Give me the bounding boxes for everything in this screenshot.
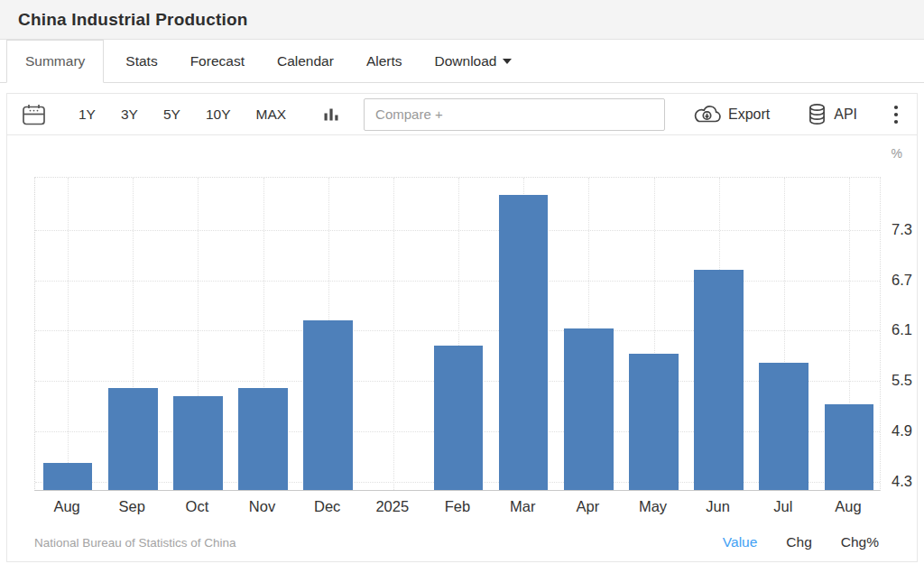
bar-jun[interactable] bbox=[694, 270, 744, 490]
range-button-10y[interactable]: 10Y bbox=[206, 106, 231, 123]
page-title-bar: China Industrial Production bbox=[0, 0, 924, 40]
x-tick-label: Nov bbox=[228, 498, 297, 515]
y-tick-label: 6.7 bbox=[892, 272, 924, 289]
x-tick-label: May bbox=[619, 498, 688, 515]
tab-label: Forecast bbox=[190, 53, 245, 69]
api-button[interactable]: API bbox=[808, 103, 857, 125]
api-label: API bbox=[834, 106, 857, 123]
range-button-max[interactable]: MAX bbox=[256, 106, 287, 123]
chart-toolbar: 1Y3Y5Y10YMAX Export bbox=[7, 94, 917, 135]
bar-apr[interactable] bbox=[564, 328, 614, 490]
bar-oct[interactable] bbox=[173, 396, 223, 490]
tab-label: Alerts bbox=[366, 53, 402, 69]
x-tick-label: Dec bbox=[293, 498, 362, 515]
x-tick-label: 2025 bbox=[358, 498, 427, 515]
bar-chart-icon[interactable] bbox=[322, 106, 340, 124]
compare-input[interactable] bbox=[364, 98, 665, 131]
horizontal-gridline bbox=[35, 281, 880, 282]
tab-label: Stats bbox=[125, 53, 157, 69]
tab-summary[interactable]: Summary bbox=[6, 40, 104, 83]
tab-label: Summary bbox=[25, 53, 85, 69]
range-button-3y[interactable]: 3Y bbox=[121, 106, 138, 123]
chevron-down-icon bbox=[503, 59, 512, 64]
export-label: Export bbox=[728, 106, 770, 123]
y-axis-unit-label: % bbox=[892, 146, 902, 161]
range-buttons: 1Y3Y5Y10YMAX bbox=[66, 106, 299, 123]
cloud-download-icon bbox=[693, 105, 721, 125]
bar-nov[interactable] bbox=[238, 388, 288, 491]
chart-footer: National Bureau of Statistics of China V… bbox=[7, 529, 917, 561]
bar-mar[interactable] bbox=[499, 195, 549, 491]
horizontal-gridline bbox=[35, 230, 880, 231]
tab-alerts[interactable]: Alerts bbox=[356, 40, 413, 82]
series-mode-links: ValueChgChg% bbox=[694, 534, 879, 550]
y-tick-label: 7.3 bbox=[892, 221, 924, 238]
tab-bar: SummaryStatsForecastCalendarAlertsDownlo… bbox=[0, 40, 924, 83]
y-tick-label: 5.5 bbox=[892, 372, 924, 389]
y-tick-label: 4.9 bbox=[892, 422, 924, 439]
x-tick-label: Sep bbox=[97, 498, 166, 515]
x-tick-label: Mar bbox=[488, 498, 557, 515]
tab-stats[interactable]: Stats bbox=[115, 40, 168, 82]
toolbar-right: Export API bbox=[693, 103, 902, 125]
export-button[interactable]: Export bbox=[693, 105, 770, 125]
x-tick-label: Aug bbox=[32, 498, 101, 515]
kebab-menu-icon[interactable] bbox=[893, 104, 899, 125]
tab-label: Download bbox=[435, 53, 497, 69]
x-tick-label: Jun bbox=[684, 498, 753, 515]
tab-forecast[interactable]: Forecast bbox=[180, 40, 255, 82]
bar-may[interactable] bbox=[629, 354, 679, 490]
bar-aug[interactable] bbox=[825, 404, 874, 490]
x-tick-label: Oct bbox=[162, 498, 231, 515]
tab-download[interactable]: Download bbox=[424, 40, 523, 82]
bar-jul[interactable] bbox=[759, 363, 808, 490]
x-tick-label: Aug bbox=[814, 498, 882, 515]
calendar-icon[interactable] bbox=[22, 103, 46, 126]
y-tick-label: 6.1 bbox=[892, 321, 924, 338]
bar-feb[interactable] bbox=[434, 346, 484, 490]
x-tick-label: Feb bbox=[423, 498, 492, 515]
legend-link-chgpct[interactable]: Chg% bbox=[841, 534, 879, 550]
bar-dec[interactable] bbox=[303, 320, 353, 490]
range-button-1y[interactable]: 1Y bbox=[79, 106, 96, 123]
plot bbox=[34, 177, 881, 491]
page-title: China Industrial Production bbox=[18, 10, 248, 30]
legend-link-chg[interactable]: Chg bbox=[786, 534, 811, 550]
database-icon bbox=[808, 103, 827, 125]
chart-area: % 4.34.95.56.16.77.3AugSepOctNovDec2025F… bbox=[7, 135, 917, 529]
y-tick-label: 4.3 bbox=[892, 473, 924, 490]
x-tick-label: Apr bbox=[553, 498, 622, 515]
chart-card: 1Y3Y5Y10YMAX Export bbox=[6, 93, 918, 562]
x-tick-label: Jul bbox=[749, 498, 818, 515]
vertical-gridline bbox=[68, 178, 69, 490]
horizontal-gridline bbox=[35, 330, 880, 331]
range-button-5y[interactable]: 5Y bbox=[163, 106, 180, 123]
tab-label: Calendar bbox=[277, 53, 334, 69]
bar-sep[interactable] bbox=[108, 388, 158, 491]
vertical-gridline bbox=[393, 178, 394, 490]
legend-link-value[interactable]: Value bbox=[723, 534, 758, 550]
source-attribution: National Bureau of Statistics of China bbox=[34, 536, 236, 550]
bar-aug[interactable] bbox=[43, 463, 93, 490]
tab-calendar[interactable]: Calendar bbox=[266, 40, 345, 82]
